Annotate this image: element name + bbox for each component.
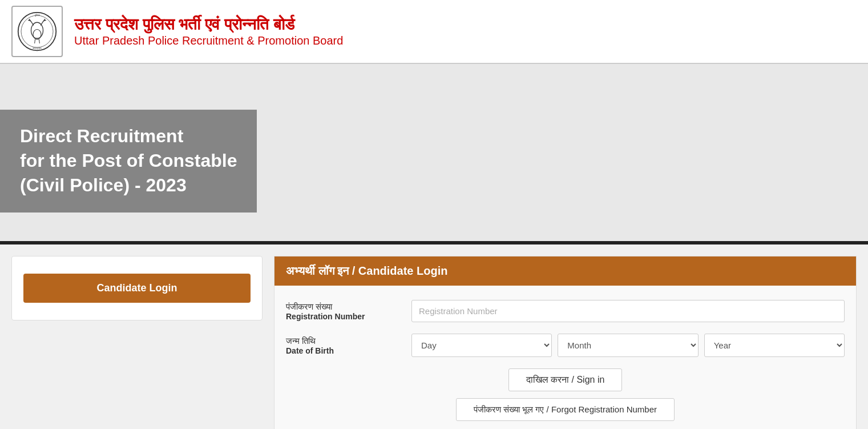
svg-line-5 (39, 39, 40, 43)
dob-label-hindi: जन्म तिथि (286, 336, 400, 346)
forgot-registration-button[interactable]: पंजीकरण संख्या भूल गए / Forgot Registrat… (456, 398, 675, 421)
banner-area: Direct Recruitment for the Post of Const… (0, 64, 868, 241)
button-row: दाखिल करना / Sign in पंजीकरण संख्या भूल … (286, 368, 845, 421)
candidate-login-button[interactable]: Candidate Login (23, 274, 251, 303)
registration-row: पंजीकरण संख्या Registration Number (286, 300, 845, 322)
main-content: Candidate Login अभ्यर्थी लॉग इन / Candid… (0, 244, 868, 429)
registration-label-hindi: पंजीकरण संख्या (286, 302, 400, 312)
form-title-separator: / (352, 264, 358, 277)
registration-label-english: Registration Number (286, 312, 400, 321)
dob-selects: Day1234567891011121314151617181920212223… (411, 334, 845, 357)
form-title-english: Candidate Login (358, 264, 448, 277)
day-select[interactable]: Day1234567891011121314151617181920212223… (411, 334, 552, 357)
svg-point-3 (33, 30, 41, 40)
month-select[interactable]: MonthJanuaryFebruaryMarchAprilMayJuneJul… (558, 334, 698, 357)
page-header: उत्तर प्रदेश पुलिस उत्तर प्रदेश पुलिस भर… (0, 0, 868, 64)
svg-line-4 (35, 39, 35, 43)
year-select[interactable]: Year199019911992199319941995199619971998… (704, 334, 845, 357)
org-title-english: Uttar Pradesh Police Recruitment & Promo… (74, 34, 343, 47)
registration-input[interactable] (411, 300, 845, 322)
header-text: उत्तर प्रदेश पुलिस भर्ती एवं प्रोन्नति ब… (74, 15, 343, 47)
form-header: अभ्यर्थी लॉग इन / Candidate Login (274, 256, 856, 286)
org-title-hindi: उत्तर प्रदेश पुलिस भर्ती एवं प्रोन्नति ब… (74, 15, 343, 34)
logo-container: उत्तर प्रदेश पुलिस (11, 6, 63, 57)
svg-text:उत्तर प्रदेश: उत्तर प्रदेश (32, 47, 42, 50)
dob-row: जन्म तिथि Date of Birth Day1234567891011… (286, 334, 845, 357)
emblem-icon: उत्तर प्रदेश पुलिस (17, 11, 57, 51)
banner-overlay: Direct Recruitment for the Post of Const… (0, 110, 257, 213)
form-body: पंजीकरण संख्या Registration Number जन्म … (274, 286, 856, 429)
registration-label: पंजीकरण संख्या Registration Number (286, 302, 400, 321)
svg-point-1 (21, 15, 53, 47)
dob-label: जन्म तिथि Date of Birth (286, 336, 400, 355)
svg-text:पुलिस: पुलिस (34, 14, 40, 17)
sign-in-button[interactable]: दाखिल करना / Sign in (508, 368, 623, 391)
dob-label-english: Date of Birth (286, 346, 400, 355)
left-panel: Candidate Login (11, 256, 263, 320)
banner-heading: Direct Recruitment for the Post of Const… (20, 124, 237, 198)
svg-point-0 (18, 13, 56, 51)
form-title-hindi: अभ्यर्थी लॉग इन (286, 264, 349, 277)
login-form-panel: अभ्यर्थी लॉग इन / Candidate Login पंजीकर… (274, 256, 857, 429)
